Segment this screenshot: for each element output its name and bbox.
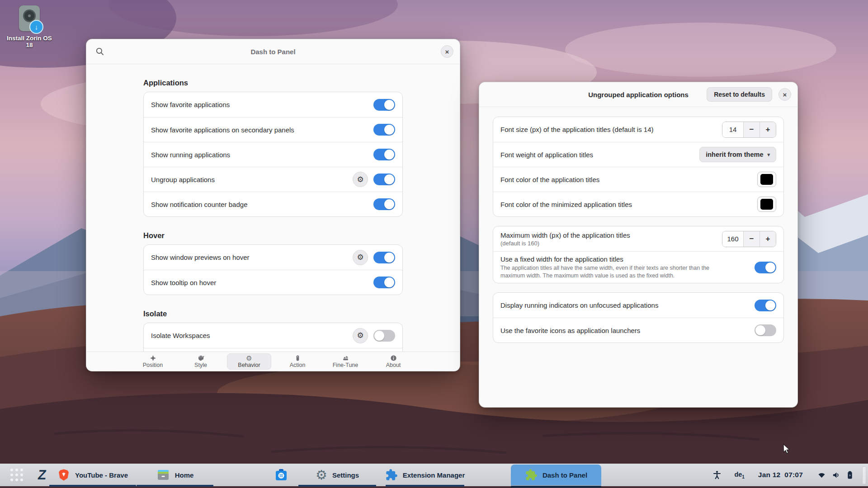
dash-to-panel-window: Dash to Panel × Applications Show favori… — [86, 39, 460, 371]
spin-value[interactable]: 160 — [722, 231, 743, 247]
setting-row: Show running applications — [144, 142, 402, 167]
install-icon-label: Install Zorin OS 18 — [4, 35, 55, 48]
setting-label: Isolate Workspaces — [151, 332, 353, 339]
toggle-fixed-width[interactable] — [755, 262, 776, 273]
install-zorin-desktop-icon[interactable]: ↓ Install Zorin OS 18 — [4, 5, 55, 48]
taskbar-item-software[interactable] — [270, 465, 292, 485]
mouse-icon — [294, 355, 301, 361]
tab-behavior[interactable]: ⚙ Behavior — [227, 353, 271, 370]
accessibility-icon[interactable] — [712, 470, 722, 479]
minimized-font-color-swatch-button[interactable] — [757, 197, 776, 212]
fine-tune-icon — [342, 355, 349, 361]
taskbar-item-settings[interactable]: ⚙ Settings — [297, 465, 378, 485]
dialog-close-button[interactable]: × — [778, 88, 791, 101]
desktop: ↓ Install Zorin OS 18 Dash to Panel × Ap… — [0, 0, 868, 488]
tab-position[interactable]: Position — [131, 353, 175, 370]
dialog-headerbar: Ungrouped application options Reset to d… — [479, 82, 797, 107]
taskbar-item-extension-manager[interactable]: Extension Manager — [384, 465, 466, 485]
volume-icon[interactable] — [832, 471, 840, 479]
search-icon[interactable] — [95, 47, 104, 56]
font-weight-dropdown[interactable]: inherit from theme ▾ — [699, 147, 776, 162]
zorin-logo-icon: Z — [37, 468, 47, 482]
wifi-icon[interactable] — [817, 471, 826, 479]
toggle-show-running[interactable] — [373, 149, 395, 160]
setting-label-column: Use a fixed width for the application ti… — [500, 252, 755, 283]
spin-plus-button[interactable]: + — [760, 231, 776, 247]
setting-row: Font weight of application titles inheri… — [493, 142, 783, 167]
gear-button[interactable]: ⚙ — [353, 172, 368, 187]
spin-plus-button[interactable]: + — [760, 122, 776, 137]
toggle-show-favorites[interactable] — [373, 99, 395, 111]
dialog-title: Ungrouped application options — [588, 91, 689, 99]
keyboard-layout-indicator[interactable]: de1 — [734, 471, 744, 479]
app-grid-button[interactable] — [6, 465, 27, 485]
drive-icon: ↓ — [19, 5, 40, 31]
dash-settings-list: Applications Show favorite applications … — [86, 64, 460, 352]
setting-row: Font color of the application titles — [493, 167, 783, 192]
dialog-content: Font size (px) of the application titles… — [479, 117, 797, 343]
tab-style[interactable]: Style — [179, 353, 222, 370]
gear-icon: ⚙ — [357, 253, 363, 262]
brave-icon — [57, 468, 70, 482]
battery-icon[interactable] — [846, 471, 854, 479]
chevron-down-icon: ▾ — [767, 152, 770, 158]
toggle-notification-badge[interactable] — [373, 198, 395, 210]
setting-label: Show notification counter badge — [151, 201, 373, 208]
taskbar-item-dash-to-panel[interactable]: Dash to Panel — [511, 465, 601, 485]
toggle-favorite-launchers[interactable] — [755, 324, 776, 336]
toggle-tooltip-hover[interactable] — [373, 277, 395, 288]
spin-minus-button[interactable]: − — [743, 231, 760, 247]
position-icon — [150, 355, 156, 361]
reset-to-defaults-button[interactable]: Reset to defaults — [707, 87, 772, 102]
setting-label: Show tooltip on hover — [151, 279, 373, 286]
close-button[interactable]: × — [441, 45, 453, 58]
taskbar-item-brave[interactable]: YouTube - Brave — [47, 465, 138, 485]
toggle-ungroup-applications[interactable] — [373, 174, 395, 185]
settings-gear-icon: ⚙ — [316, 469, 327, 482]
spin-value[interactable]: 14 — [722, 122, 743, 137]
section-heading-isolate: Isolate — [143, 310, 403, 318]
about-info-icon — [390, 355, 397, 361]
setting-row: Isolate Workspaces ⚙ — [144, 323, 402, 348]
setting-label: Font weight of application titles — [500, 151, 699, 159]
download-badge-icon: ↓ — [29, 20, 43, 34]
setting-row: Font color of the minimized application … — [493, 192, 783, 216]
setting-label: Ungroup applications — [151, 176, 353, 183]
taskbar-item-home[interactable]: Home — [135, 465, 215, 485]
toggle-running-indicators[interactable] — [755, 300, 776, 311]
ungrouped-options-dialog: Ungrouped application options Reset to d… — [479, 82, 798, 408]
setting-label: Use the favorite icons as application la… — [500, 327, 755, 334]
tab-fine-tune[interactable]: Fine-Tune — [324, 353, 367, 370]
gear-icon: ⚙ — [357, 175, 363, 184]
spin-minus-button[interactable]: − — [743, 122, 760, 137]
setting-description: The application titles all have the same… — [500, 264, 713, 279]
setting-sublabel: (default is 160) — [500, 240, 722, 247]
max-width-spinbox: 160 − + — [722, 231, 776, 247]
dash-tab-bar: Position Style ⚙ Behavior Action Fine-Tu… — [86, 352, 460, 371]
close-icon: × — [445, 48, 449, 55]
setting-label-column: Maximum width (px) of the application ti… — [500, 228, 722, 250]
toggle-favorites-secondary[interactable] — [373, 124, 395, 136]
gear-button[interactable]: ⚙ — [353, 328, 368, 343]
setting-row: Use the favorite icons as application la… — [493, 318, 783, 343]
font-color-swatch-button[interactable] — [757, 172, 776, 187]
setting-row: Show notification counter badge — [144, 192, 402, 216]
tab-action[interactable]: Action — [276, 353, 319, 370]
puzzle-blue-icon — [385, 469, 398, 481]
taskbar: Z YouTube - Brave Home ⚙ Settings Extens… — [0, 464, 868, 486]
setting-row: Show favorite applications — [144, 92, 402, 117]
gear-button[interactable]: ⚙ — [353, 250, 368, 265]
toggle-isolate-workspaces[interactable] — [373, 330, 395, 342]
show-desktop-button[interactable] — [862, 466, 866, 484]
setting-row: Font size (px) of the application titles… — [493, 117, 783, 142]
isolate-group: Isolate Workspaces ⚙ ⚙ — [143, 323, 403, 352]
files-icon — [156, 468, 170, 482]
mouse-cursor — [783, 444, 792, 454]
setting-row: Ungroup applications ⚙ — [144, 167, 402, 192]
clock[interactable]: Jan 12 07:07 — [758, 471, 803, 479]
window-title: Dash to Panel — [250, 48, 295, 56]
setting-label: Font color of the minimized application … — [500, 201, 757, 208]
toggle-window-previews[interactable] — [373, 252, 395, 263]
tab-about[interactable]: About — [372, 353, 415, 370]
font-options-group: Font size (px) of the application titles… — [493, 117, 784, 217]
